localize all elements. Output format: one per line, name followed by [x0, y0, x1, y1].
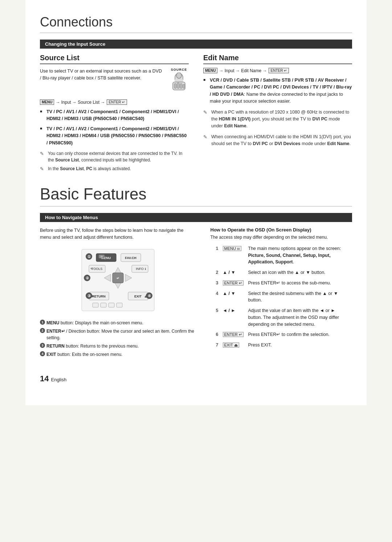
source-bullet-2: TV / PC / AV1 / AV2 / Component1 / Compo… [40, 126, 189, 147]
source-notes: You can only choose external devices tha… [40, 150, 189, 172]
connections-title: Connections [40, 15, 352, 33]
enter-icon: ENTER ↵ [107, 99, 127, 105]
note-num-2: 2 [40, 328, 45, 333]
note-num-1: 1 [40, 320, 45, 325]
step-desc-4: Select the desired submenu with the ▲ or… [246, 288, 352, 306]
note-num-3: 3 [40, 343, 45, 348]
step-desc-7: Press EXIT. [246, 340, 352, 350]
basic-features-row: Before using the TV, follow the steps be… [40, 227, 352, 360]
step-btn-6: ENTER ↵ [221, 329, 246, 340]
source-label: SOURCE [171, 68, 187, 71]
svg-text:EXIT: EXIT [134, 295, 142, 298]
remote-diagram-wrap: MENU III FAV.CH TOOLS ✎ INFO ℹ [40, 246, 196, 315]
source-list-col: Source List Use to select TV or an exter… [40, 54, 189, 174]
how-to-left: Before using the TV, follow the steps be… [40, 227, 196, 360]
osd-step-2: 2 ▲ / ▼ Select an icon with the ▲ or ▼ b… [211, 267, 352, 278]
svg-text:↵: ↵ [117, 276, 119, 280]
osd-step-4: 4 ▲ / ▼ Select the desired submenu with … [211, 288, 352, 306]
source-description: Use to select TV or an external input so… [40, 68, 164, 82]
page-number: 14 [40, 374, 49, 383]
source-menu-arrow: → Input → Source List → [56, 100, 105, 105]
note-3: 3 RETURN button: Returns to the previous… [40, 343, 196, 349]
step-btn-1: MENU III [221, 243, 246, 267]
edit-name-notes: When a PC with a resolution of 1920 x 10… [203, 109, 352, 148]
source-description-row: Use to select TV or an external input so… [40, 68, 189, 95]
source-menu-path: MENU → Input → Source List → ENTER ↵ [40, 99, 189, 105]
svg-text:III: III [101, 255, 103, 258]
step-num-6: 6 [211, 329, 221, 340]
svg-text:①: ① [87, 255, 90, 259]
source-bullet-1: TV / PC / AV1 / AV2 / Component1 / Compo… [40, 108, 189, 123]
step-num-3: 3 [211, 278, 221, 288]
menu-icon: MENU [40, 99, 54, 105]
osd-subtitle: The access step may differ depending on … [211, 235, 352, 240]
step-btn-2: ▲ / ▼ [221, 267, 246, 278]
osd-step-1: 1 MENU III The main menu options appear … [211, 243, 352, 267]
edit-name-note-1: When a PC with a resolution of 1920 x 10… [203, 109, 352, 130]
osd-table: 1 MENU III The main menu options appear … [211, 243, 352, 350]
svg-text:③: ③ [87, 294, 90, 298]
edit-name-menu-path: MENU → Input → Edit Name → ENTER ↵ [203, 68, 352, 73]
edit-name-note-2: When connecting an HDMI/DVI cable to the… [203, 134, 352, 148]
svg-text:②: ② [85, 276, 89, 280]
how-intro-text: Before using the TV, follow the steps be… [40, 227, 196, 241]
step-desc-3: Press ENTER↵ to access the sub-menu. [246, 278, 352, 288]
page-container: Connections Changing the Input Source So… [25, 0, 367, 405]
svg-rect-3 [174, 83, 176, 89]
edit-name-title: Edit Name [203, 54, 352, 64]
step-btn-3: ENTER ↵ [221, 278, 246, 288]
svg-rect-4 [177, 83, 179, 89]
svg-text:④: ④ [147, 294, 151, 298]
svg-rect-36 [117, 303, 122, 307]
note-1: 1 MENU button: Displays the main on-scre… [40, 320, 196, 326]
svg-rect-6 [183, 84, 185, 89]
source-hand-icon [169, 73, 189, 95]
step-num-7: 7 [211, 340, 221, 350]
svg-text:TOOLS: TOOLS [91, 267, 102, 271]
edit-name-bullet-1: VCR / DVD / Cable STB / Satellite STB / … [203, 77, 352, 105]
svg-rect-34 [101, 303, 106, 307]
edit-name-col: Edit Name MENU → Input → Edit Name → ENT… [203, 54, 352, 174]
svg-rect-33 [93, 303, 98, 307]
numbered-notes-list: 1 MENU button: Displays the main on-scre… [40, 320, 196, 358]
svg-point-7 [176, 73, 181, 78]
step-desc-2: Select an icon with the ▲ or ▼ button. [246, 267, 352, 278]
page-footer: 14 English [40, 374, 352, 383]
step-num-5: 5 [211, 305, 221, 329]
edit-enter-icon: ENTER ↵ [269, 68, 289, 73]
osd-step-7: 7 EXIT ⏏ Press EXIT. [211, 340, 352, 350]
svg-text:INFO: INFO [136, 267, 144, 271]
step-btn-5: ◄ / ► [221, 305, 246, 329]
edit-name-bullets: VCR / DVD / Cable STB / Satellite STB / … [203, 77, 352, 105]
source-list-title: Source List [40, 54, 189, 64]
osd-step-3: 3 ENTER ↵ Press ENTER↵ to access the sub… [211, 278, 352, 288]
svg-rect-5 [180, 83, 182, 89]
step-num-1: 1 [211, 243, 221, 267]
svg-text:FAV.CH: FAV.CH [125, 256, 136, 260]
note-num-4: 4 [40, 351, 45, 356]
osd-step-5: 5 ◄ / ► Adjust the value of an item with… [211, 305, 352, 329]
step-num-2: 2 [211, 267, 221, 278]
step-num-4: 4 [211, 288, 221, 306]
note-4: 4 EXIT button: Exits the on-screen menu. [40, 351, 196, 358]
osd-col: How to Operate the OSD (On Screen Displa… [211, 227, 352, 360]
connections-two-col: Source List Use to select TV or an exter… [40, 54, 352, 174]
osd-title: How to Operate the OSD (On Screen Displa… [211, 227, 352, 233]
edit-menu-arrow: → Input → Edit Name → [219, 68, 267, 73]
remote-diagram-svg: MENU III FAV.CH TOOLS ✎ INFO ℹ [78, 246, 158, 315]
note-2: 2 ENTER↵ / Direction button: Move the cu… [40, 328, 196, 341]
svg-text:✎: ✎ [90, 267, 93, 271]
source-icon-box: SOURCE [169, 68, 189, 95]
source-note-1: You can only choose external devices tha… [40, 150, 189, 163]
source-bullet-list: TV / PC / AV1 / AV2 / Component1 / Compo… [40, 108, 189, 147]
basic-features-title: Basic Features [40, 185, 352, 206]
svg-rect-35 [109, 303, 114, 307]
page-language: English [51, 377, 66, 382]
osd-step-6: 6 ENTER ↵ Press ENTER↵ to confirm the se… [211, 329, 352, 340]
how-to-navigate-header: How to Navigate Menus [40, 213, 352, 222]
step-btn-7: EXIT ⏏ [221, 340, 246, 350]
step-desc-1: The main menu options appear on the scre… [246, 243, 352, 267]
step-desc-5: Adjust the value of an item with the ◄ o… [246, 305, 352, 329]
changing-input-header: Changing the Input Source [40, 40, 352, 49]
step-btn-4: ▲ / ▼ [221, 288, 246, 306]
